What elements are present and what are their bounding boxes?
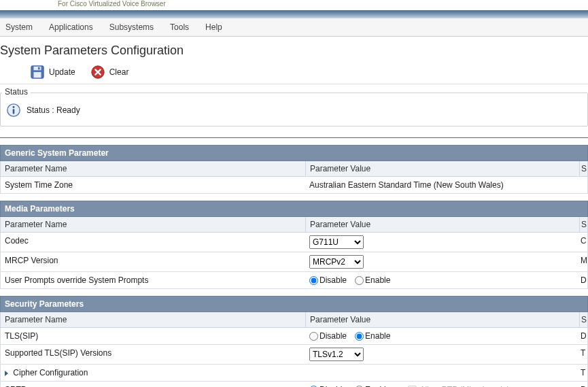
col-name: Parameter Name xyxy=(1,217,305,232)
media-column-header: Parameter Name Parameter Value S xyxy=(0,217,588,233)
timezone-label: System Time Zone xyxy=(1,177,305,193)
toolbar: Update Clear xyxy=(0,63,588,84)
section-security: Security Parameters Parameter Name Param… xyxy=(0,296,588,387)
row-cipher: Cipher Configuration T xyxy=(0,365,588,382)
tls-label: TLS(SIP) xyxy=(1,328,305,344)
row-tls: TLS(SIP) Disable Enable D xyxy=(0,328,588,345)
info-icon xyxy=(6,103,21,118)
divider xyxy=(0,137,588,138)
section-media-header: Media Parameters xyxy=(0,201,588,217)
update-label: Update xyxy=(49,67,75,77)
section-generic: Generic System Parameter Parameter Name … xyxy=(0,145,588,194)
override-disable-radio[interactable] xyxy=(309,276,318,285)
override-enable[interactable]: Enable xyxy=(355,275,390,285)
header-gradient xyxy=(0,10,588,18)
row-timezone: System Time Zone Australian Eastern Stan… xyxy=(0,177,588,194)
svg-point-6 xyxy=(13,106,15,108)
brand-subtitle: For Cisco Virtualized Voice Browser xyxy=(0,0,588,10)
menu-applications[interactable]: Applications xyxy=(49,22,93,32)
svg-rect-1 xyxy=(34,67,41,71)
row-override: User Prompts override System Prompts Dis… xyxy=(0,272,588,289)
svg-rect-2 xyxy=(34,72,41,78)
section-security-header: Security Parameters xyxy=(0,296,588,312)
security-column-header: Parameter Name Parameter Value S xyxy=(0,312,588,328)
clear-label: Clear xyxy=(109,67,129,77)
row-tls-version: Supported TLS(SIP) Versions TLSv1.2 T xyxy=(0,345,588,365)
clear-button[interactable]: Clear xyxy=(90,65,129,80)
col-value: Parameter Value xyxy=(305,217,579,232)
section-generic-header: Generic System Parameter xyxy=(0,145,588,161)
codec-select[interactable]: G711U xyxy=(309,235,364,249)
row-codec: Codec G711U C xyxy=(0,233,588,252)
tls-enable-radio[interactable] xyxy=(355,332,364,341)
svg-rect-7 xyxy=(13,109,15,114)
menu-subsystems[interactable]: Subsystems xyxy=(109,22,154,32)
section-media: Media Parameters Parameter Name Paramete… xyxy=(0,201,588,289)
codec-label: Codec xyxy=(1,233,305,252)
tls-disable[interactable]: Disable xyxy=(309,331,347,341)
row-mrcp: MRCP Version MRCPv2 M xyxy=(0,252,588,272)
menu-system[interactable]: System xyxy=(5,22,33,32)
mrcp-select[interactable]: MRCPv2 xyxy=(309,255,364,269)
menu-tools[interactable]: Tools xyxy=(170,22,189,32)
override-label: User Prompts override System Prompts xyxy=(1,272,305,288)
col-s: S xyxy=(579,161,587,176)
override-disable[interactable]: Disable xyxy=(309,275,347,285)
col-value: Parameter Value xyxy=(305,161,579,176)
tls-enable[interactable]: Enable xyxy=(355,331,390,341)
clear-icon xyxy=(90,65,105,80)
svg-rect-3 xyxy=(38,67,40,70)
col-s: S xyxy=(579,217,587,232)
tls-disable-radio[interactable] xyxy=(309,332,318,341)
tls-version-label: Supported TLS(SIP) Versions xyxy=(1,345,305,364)
row-srtp: SRTP [Crypto Suite : AES_CM_128_HMAC_SHA… xyxy=(0,382,588,387)
status-text: Status : Ready xyxy=(27,105,80,115)
col-name: Parameter Name xyxy=(1,161,305,176)
tls-version-select[interactable]: TLSv1.2 xyxy=(309,348,364,361)
update-button[interactable]: Update xyxy=(30,65,75,80)
page-title: System Parameters Configuration xyxy=(0,37,588,63)
save-icon xyxy=(30,65,45,80)
expand-icon[interactable] xyxy=(5,371,8,376)
menu-help[interactable]: Help xyxy=(205,22,222,32)
col-value: Parameter Value xyxy=(305,312,579,327)
cipher-label[interactable]: Cipher Configuration xyxy=(13,368,88,377)
col-name: Parameter Name xyxy=(1,312,305,327)
override-enable-radio[interactable] xyxy=(355,276,364,285)
main-menu-bar: System Applications Subsystems Tools Hel… xyxy=(0,18,588,37)
timezone-value: Australian Eastern Standard Time (New So… xyxy=(305,177,579,193)
mrcp-label: MRCP Version xyxy=(1,252,305,271)
status-legend: Status xyxy=(2,87,31,97)
col-s: S xyxy=(579,312,587,327)
status-fieldset: Status Status : Ready xyxy=(0,92,588,127)
generic-column-header: Parameter Name Parameter Value S xyxy=(0,161,588,177)
